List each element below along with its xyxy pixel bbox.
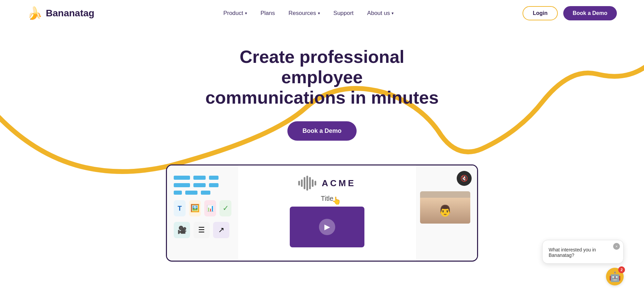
wave-bar xyxy=(309,177,311,189)
wave-bar xyxy=(304,177,305,189)
list-icon-box[interactable]: ☰ xyxy=(193,222,210,238)
nav-support[interactable]: Support xyxy=(334,10,354,17)
check-icon: ✓ xyxy=(223,204,229,213)
wave-bar xyxy=(306,176,308,191)
wave-bar xyxy=(315,181,316,186)
template-block xyxy=(193,176,206,180)
share-icon-box[interactable]: ↗ xyxy=(213,222,229,238)
book-demo-nav-button[interactable]: Book a Demo xyxy=(563,6,617,20)
video-card: 👨 xyxy=(420,191,470,224)
template-panel: T 🖼️ 📊 ✓ 🎥 xyxy=(167,165,238,261)
play-icon: ▶ xyxy=(324,223,330,231)
mute-button[interactable]: 🔇 xyxy=(457,171,472,186)
chat-avatar[interactable]: 🤖 2 xyxy=(606,268,624,285)
chevron-down-icon: ▾ xyxy=(392,11,394,16)
text-icon: T xyxy=(177,205,182,212)
nav-resources[interactable]: Resources ▾ xyxy=(288,10,320,17)
template-row xyxy=(174,176,231,180)
template-block xyxy=(209,176,219,180)
nav-links: Product ▾ Plans Resources ▾ Support Abou… xyxy=(223,10,394,17)
share-icon: ↗ xyxy=(218,226,224,234)
presenter-video: 👨 xyxy=(420,198,470,224)
icon-row-2: 🎥 ☰ ↗ xyxy=(174,222,231,238)
nav-product[interactable]: Product ▾ xyxy=(223,10,247,17)
play-button[interactable]: ▶ xyxy=(319,219,335,235)
wave-bar xyxy=(298,181,300,186)
video-icon-box[interactable]: 🎥 xyxy=(174,222,190,238)
check-icon-box[interactable]: ✓ xyxy=(220,200,231,216)
template-block xyxy=(185,191,197,195)
template-row xyxy=(174,191,231,195)
navbar: 🍌 Bananatag Product ▾ Plans Resources ▾ … xyxy=(0,0,644,27)
video-thumbnail[interactable]: ▶ xyxy=(290,207,364,247)
hero-title: Create professional employee communicati… xyxy=(203,47,441,108)
waveform xyxy=(298,176,316,191)
nav-about[interactable]: About us ▾ xyxy=(367,10,394,17)
wave-bar xyxy=(301,179,303,187)
template-block xyxy=(193,183,206,187)
video-icon: 🎥 xyxy=(177,226,187,234)
chat-widget: × What interested you in Bananatag? 🤖 2 xyxy=(542,240,624,285)
image-icon-box[interactable]: 🖼️ xyxy=(189,200,201,216)
acme-label: ACME xyxy=(322,178,356,189)
mute-icon: 🔇 xyxy=(460,175,468,182)
logo-icon: 🍌 xyxy=(27,7,42,19)
poll-icon: 📊 xyxy=(207,205,214,212)
nav-actions: Login Book a Demo xyxy=(523,6,617,20)
hero-section: Create professional employee communicati… xyxy=(0,27,644,262)
product-preview: T 🖼️ 📊 ✓ 🎥 xyxy=(166,164,478,262)
cursor-icon: 👆 xyxy=(332,196,341,205)
template-block xyxy=(174,191,182,195)
chat-close-button[interactable]: × xyxy=(613,243,620,250)
chat-message: What interested you in Bananatag? xyxy=(549,247,617,258)
right-panel: 🔇 👨 xyxy=(416,165,477,261)
icon-row: T 🖼️ 📊 ✓ xyxy=(174,200,231,216)
template-row xyxy=(174,183,231,187)
chat-bubble: × What interested you in Bananatag? xyxy=(542,240,624,264)
center-panel: ACME Title 👆 ▶ xyxy=(238,165,416,261)
chevron-down-icon: ▾ xyxy=(245,11,247,16)
wave-bar xyxy=(312,179,314,187)
logo[interactable]: 🍌 Bananatag xyxy=(27,7,94,19)
chat-badge: 2 xyxy=(618,266,625,273)
list-icon: ☰ xyxy=(198,226,205,234)
acme-logo: ACME xyxy=(298,176,356,191)
logo-text: Bananatag xyxy=(46,8,94,19)
poll-icon-box[interactable]: 📊 xyxy=(204,200,216,216)
book-demo-hero-button[interactable]: Book a Demo xyxy=(287,121,356,141)
template-block xyxy=(201,191,210,195)
nav-plans[interactable]: Plans xyxy=(261,10,275,17)
login-button[interactable]: Login xyxy=(523,6,558,20)
chevron-down-icon: ▾ xyxy=(318,11,320,16)
template-block xyxy=(209,183,219,187)
text-icon-box[interactable]: T xyxy=(174,200,186,216)
title-area: Title 👆 xyxy=(319,195,335,203)
template-block xyxy=(174,183,190,187)
template-block xyxy=(174,176,190,180)
image-icon: 🖼️ xyxy=(190,204,200,213)
